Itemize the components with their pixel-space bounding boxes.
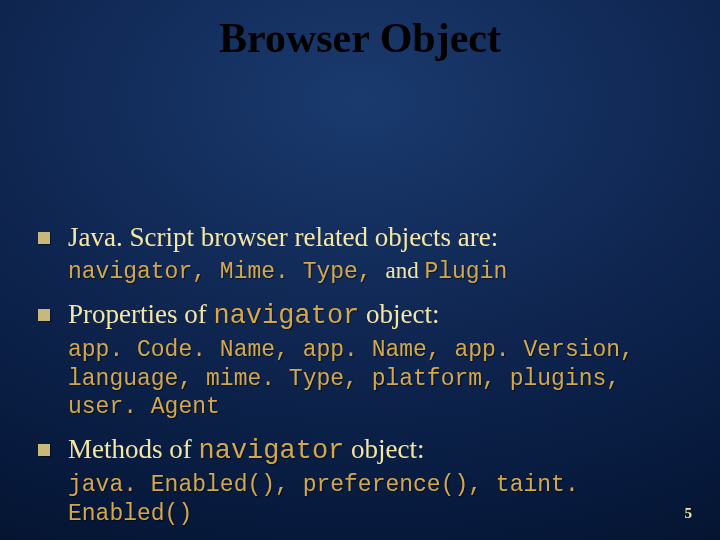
text-fragment: object: (359, 299, 439, 329)
square-bullet-icon (38, 232, 50, 244)
text-fragment: Properties of (68, 299, 213, 329)
bullet-sub-text: navigator, Mime. Type, and Plugin (68, 257, 692, 287)
text-fragment: Methods of (68, 434, 199, 464)
text-fragment: object: (344, 434, 424, 464)
bullet-text: Properties of navigator object: (68, 297, 440, 334)
bullet-text: Java. Script browser related objects are… (68, 220, 498, 255)
code-text: navigator, Mime. Type, (68, 259, 385, 285)
code-text: navigator (213, 301, 359, 331)
connector-text: and (385, 258, 424, 283)
slide-title: Browser Object (0, 0, 720, 62)
slide-number: 5 (685, 505, 693, 522)
bullet-item: Properties of navigator object: (38, 297, 692, 334)
slide-content: Java. Script browser related objects are… (38, 220, 692, 539)
square-bullet-icon (38, 309, 50, 321)
bullet-item: Java. Script browser related objects are… (38, 220, 692, 255)
bullet-sub-text: app. Code. Name, app. Name, app. Version… (68, 336, 692, 422)
code-text: Plugin (424, 259, 507, 285)
square-bullet-icon (38, 444, 50, 456)
bullet-text: Methods of navigator object: (68, 432, 425, 469)
bullet-item: Methods of navigator object: (38, 432, 692, 469)
code-text: navigator (199, 436, 345, 466)
bullet-sub-text: java. Enabled(), preference(), taint. En… (68, 471, 692, 529)
